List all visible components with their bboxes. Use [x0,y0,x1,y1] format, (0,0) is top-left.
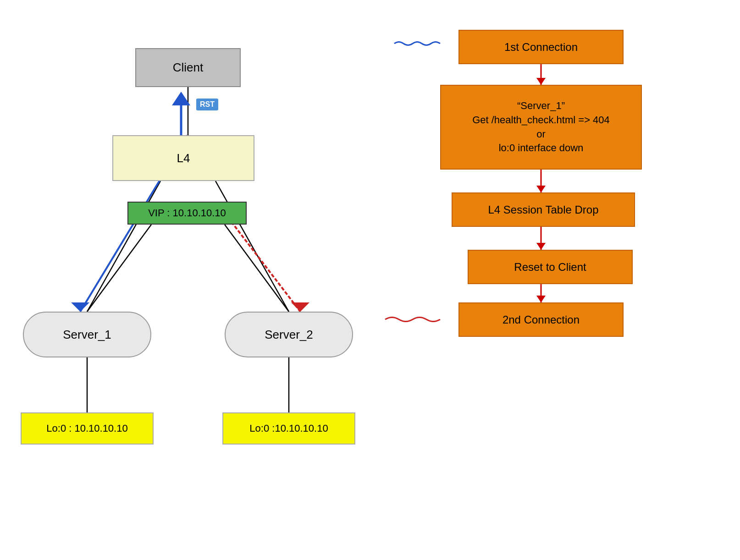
flow-box-server1-condition: “Server_1”Get /health_check.html => 404o… [440,85,642,170]
svg-line-1 [87,181,160,312]
svg-line-9 [225,213,300,312]
flow-box-l4-session-drop: L4 Session Table Drop [452,192,635,227]
flow3-label: L4 Session Table Drop [488,203,598,216]
l4-box: L4 [112,135,254,181]
svg-marker-20 [172,92,190,105]
svg-marker-10 [291,302,309,312]
flow-box-2nd-connection: 2nd Connection [458,302,624,337]
svg-line-3 [87,225,151,312]
lo2-label: Lo:0 :10.10.10.10 [249,423,328,434]
server1-box: Server_1 [23,312,151,357]
svg-marker-8 [71,302,89,312]
flow2-label: “Server_1”Get /health_check.html => 404o… [472,99,610,155]
svg-marker-16 [536,243,546,250]
client-box: Client [135,48,241,87]
flow-box-reset-to-client: Reset to Client [468,250,633,284]
server1-label: Server_1 [63,328,111,342]
flow1-label: 1st Connection [504,41,578,54]
l4-label: L4 [177,151,190,165]
vip-box: VIP : 10.10.10.10 [127,202,247,225]
svg-line-4 [225,225,289,312]
svg-marker-18 [536,296,546,302]
diagram: Client L4 VIP : 10.10.10.10 Server_1 Ser… [0,0,740,560]
lo-box1: Lo:0 : 10.10.10.10 [21,412,154,445]
lo-box2: Lo:0 :10.10.10.10 [222,412,355,445]
lo1-label: Lo:0 : 10.10.10.10 [46,423,127,434]
svg-marker-14 [536,186,546,192]
flow5-label: 2nd Connection [503,313,580,326]
flow4-label: Reset to Client [514,261,586,274]
server2-label: Server_2 [265,328,313,342]
flow-box-1st-connection: 1st Connection [458,30,624,64]
rst-badge: RST [196,99,218,110]
svg-marker-12 [536,78,546,85]
rst-label: RST [200,100,215,108]
svg-line-2 [215,181,289,312]
client-label: Client [173,60,203,75]
vip-label: VIP : 10.10.10.10 [148,207,226,219]
server2-box: Server_2 [225,312,353,357]
